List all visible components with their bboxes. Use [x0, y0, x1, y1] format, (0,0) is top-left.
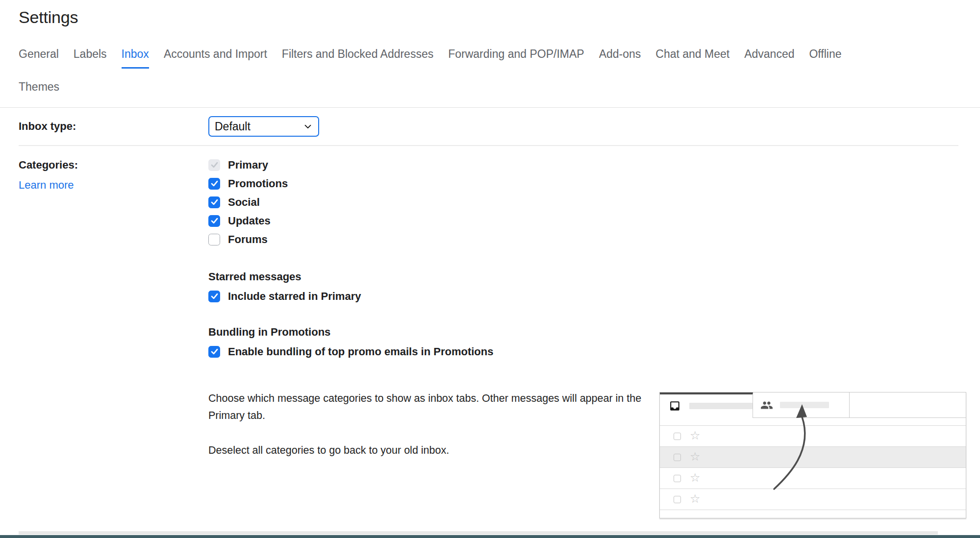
tab-advanced[interactable]: Advanced — [744, 48, 794, 67]
checkbox-forums[interactable] — [208, 234, 220, 245]
illustration-tab-strip — [660, 392, 966, 418]
categories-description-2: Deselect all categories to go back to yo… — [208, 442, 650, 459]
starred-messages-heading: Starred messages — [208, 270, 958, 283]
category-row-primary: Primary — [208, 159, 958, 171]
illustration-mail-row: ☆ — [660, 468, 966, 489]
inbox-tabs-illustration: ☆ ☆ ☆ ☆ — [659, 392, 966, 518]
checkbox-promotions[interactable] — [208, 178, 220, 190]
checkbox-outline-icon — [674, 454, 681, 461]
settings-tab-bar: General Labels Inbox Accounts and Import… — [19, 48, 958, 100]
checkbox-include-starred-in-primary[interactable] — [208, 291, 220, 302]
inbox-type-selected-value: Default — [215, 120, 251, 133]
tab-row-2: Themes — [19, 80, 958, 100]
tab-labels[interactable]: Labels — [74, 48, 107, 67]
bundling-heading: Bundling in Promotions — [208, 326, 958, 339]
category-label-primary: Primary — [228, 159, 268, 171]
bundling-option-label: Enable bundling of top promo emails in P… — [228, 345, 493, 358]
category-label-promotions: Promotions — [228, 177, 288, 190]
checkbox-enable-bundling[interactable] — [208, 346, 220, 358]
inbox-type-section: Inbox type: Default — [0, 108, 980, 145]
category-label-social: Social — [228, 196, 260, 209]
checkbox-outline-icon — [674, 496, 681, 503]
checkbox-updates[interactable] — [208, 215, 220, 227]
star-outline-icon: ☆ — [690, 430, 701, 441]
checkbox-outline-icon — [674, 475, 681, 482]
category-label-forums: Forums — [228, 233, 268, 246]
star-outline-icon: ☆ — [690, 493, 701, 505]
tab-chat-and-meet[interactable]: Chat and Meet — [655, 48, 729, 67]
categories-label-column: Categories: Learn more — [19, 159, 208, 192]
inbox-type-select[interactable]: Default — [208, 116, 319, 137]
tab-themes[interactable]: Themes — [19, 80, 59, 100]
starred-option-row: Include starred in Primary — [208, 290, 958, 302]
tab-general[interactable]: General — [19, 48, 59, 67]
placeholder-bar — [689, 403, 753, 409]
chevron-down-icon — [302, 121, 313, 132]
illustration-mail-row: ☆ — [660, 489, 966, 510]
starred-option-label: Include starred in Primary — [228, 290, 361, 303]
illustration-header-gap — [660, 418, 966, 426]
star-outline-icon: ☆ — [690, 472, 701, 484]
tab-add-ons[interactable]: Add-ons — [599, 48, 641, 67]
people-icon — [760, 399, 773, 412]
window-bottom-edge — [0, 535, 980, 538]
categories-description: Choose which message categories to show … — [208, 390, 650, 424]
tab-inbox[interactable]: Inbox — [122, 48, 149, 69]
page-title: Settings — [19, 8, 980, 27]
illustration-primary-tab — [660, 392, 753, 417]
tab-offline[interactable]: Offline — [809, 48, 841, 67]
checkbox-primary — [208, 159, 220, 171]
inbox-type-label: Inbox type: — [19, 120, 208, 133]
category-row-updates: Updates — [208, 215, 958, 227]
divider — [19, 145, 958, 146]
bundling-option-row: Enable bundling of top promo emails in P… — [208, 345, 958, 358]
learn-more-link[interactable]: Learn more — [19, 179, 74, 192]
horizontal-scrollbar[interactable] — [19, 531, 938, 535]
illustration-social-tab — [753, 392, 850, 417]
category-row-promotions: Promotions — [208, 177, 958, 190]
category-label-updates: Updates — [228, 215, 271, 227]
category-row-social: Social — [208, 196, 958, 208]
illustration-mail-row-highlighted: ☆ — [660, 447, 966, 468]
checkbox-outline-icon — [674, 433, 681, 440]
tab-filters-and-blocked-addresses[interactable]: Filters and Blocked Addresses — [282, 48, 433, 67]
star-outline-icon: ☆ — [690, 451, 701, 463]
placeholder-bar — [780, 402, 829, 408]
tab-forwarding-and-pop-imap[interactable]: Forwarding and POP/IMAP — [448, 48, 584, 67]
categories-label: Categories: — [19, 159, 208, 171]
tab-accounts-and-import[interactable]: Accounts and Import — [164, 48, 267, 67]
illustration-mail-row: ☆ — [660, 426, 966, 447]
tab-row-1: General Labels Inbox Accounts and Import… — [19, 48, 958, 69]
checkbox-social[interactable] — [208, 196, 220, 208]
inbox-icon — [669, 399, 681, 413]
category-row-forums: Forums — [208, 233, 958, 245]
